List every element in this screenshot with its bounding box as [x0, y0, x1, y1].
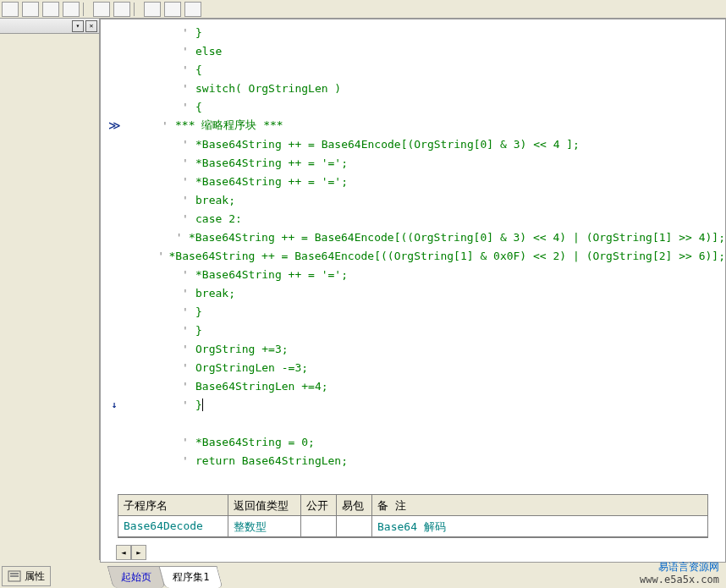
th-name: 子程序名: [118, 495, 228, 516]
td-name[interactable]: Base64Decode: [118, 516, 228, 537]
toolbar-btn-1[interactable]: [2, 2, 19, 17]
code-line[interactable]: '*Base64String ++ = Base64Encode[((OrgSt…: [101, 228, 725, 246]
td-type[interactable]: 整数型: [228, 516, 301, 537]
code-line[interactable]: '*Base64String ++ = Base64Encode[(OrgStr…: [101, 135, 725, 153]
code-text: *Base64String = 0;: [195, 436, 315, 448]
arrow-marker-icon[interactable]: ↓: [101, 399, 128, 410]
code-text: *Base64String ++ = '=';: [195, 175, 348, 188]
code-text: Base64StringLen +=4;: [195, 380, 328, 393]
toolbar-btn-9[interactable]: [184, 2, 201, 17]
code-line[interactable]: '}: [101, 321, 725, 339]
scroll-left-icon[interactable]: ◄: [116, 545, 131, 560]
code-text: break;: [195, 194, 235, 206]
code-text: *Base64String ++ = Base64Encode[((OrgStr…: [189, 231, 725, 244]
comment-quote: ': [182, 398, 190, 411]
th-pub: 公开: [301, 495, 337, 516]
comment-quote: ': [182, 157, 190, 169]
code-line[interactable]: 'else: [101, 41, 725, 60]
footer-link-2[interactable]: www.e5a5x.com: [640, 574, 719, 586]
code-editor[interactable]: '}'else'{'switch( OrgStringLen )'{≫'*** …: [101, 19, 725, 470]
comment-quote: ': [182, 45, 190, 58]
text-cursor: [202, 398, 203, 411]
comment-quote: ': [182, 343, 190, 355]
comment-quote: ': [182, 212, 190, 225]
td-pkg[interactable]: [337, 516, 372, 537]
code-line[interactable]: '*Base64String ++ = '=';: [101, 172, 725, 190]
code-line[interactable]: ≫'*** 缩略程序块 ***: [101, 116, 725, 135]
th-pkg: 易包: [337, 495, 372, 516]
toolbar-btn-2[interactable]: [22, 2, 39, 17]
comment-quote: ': [162, 119, 170, 132]
toolbar-btn-4[interactable]: [63, 2, 80, 17]
comment-quote: ': [182, 194, 190, 206]
comment-quote: ': [182, 268, 190, 281]
td-note[interactable]: Base64 解码: [372, 516, 707, 537]
code-line[interactable]: 'OrgStringLen -=3;: [101, 358, 725, 376]
panel-close-icon[interactable]: ✕: [85, 20, 97, 32]
tab-start[interactable]: 起始页: [107, 566, 166, 588]
code-line[interactable]: '}: [101, 302, 725, 321]
code-line[interactable]: '}: [101, 470, 725, 470]
properties-icon: [8, 570, 21, 582]
code-text: }: [195, 26, 202, 39]
comment-quote: ': [182, 305, 190, 318]
toolbar-btn-3[interactable]: [42, 2, 59, 17]
toolbar-btn-6[interactable]: [113, 2, 130, 17]
code-text: switch( OrgStringLen ): [195, 82, 341, 95]
code-line[interactable]: 'OrgString +=3;: [101, 339, 725, 358]
properties-label: 属性: [25, 569, 45, 584]
bottom-tabs: 起始页 程序集1: [100, 563, 726, 588]
comment-quote: ': [182, 380, 190, 393]
code-text: *Base64String ++ = '=';: [195, 268, 348, 281]
main-area: '}'else'{'switch( OrgStringLen )'{≫'*** …: [100, 19, 726, 563]
comment-quote: ': [157, 250, 166, 262]
tab-progset[interactable]: 程序集1: [159, 566, 223, 588]
code-text: else: [195, 45, 222, 58]
code-line[interactable]: '*Base64String ++ = Base64Encode[((OrgSt…: [101, 246, 725, 265]
code-text: *** 缩略程序块 ***: [175, 118, 283, 133]
code-line[interactable]: [101, 414, 725, 432]
toolbar-sep: [83, 3, 90, 16]
code-text: break;: [195, 287, 235, 299]
comment-quote: ': [182, 287, 190, 299]
comment-quote: ': [182, 324, 190, 337]
code-text: *Base64String ++ = Base64Encode[(OrgStri…: [195, 138, 580, 151]
th-note: 备 注: [372, 495, 707, 516]
code-line[interactable]: 'return Base64StringLen;: [101, 451, 725, 470]
code-line[interactable]: 'switch( OrgStringLen ): [101, 79, 725, 97]
comment-quote: ': [182, 26, 190, 39]
properties-tab[interactable]: 属性: [2, 566, 51, 586]
comment-quote: ': [182, 82, 190, 95]
code-text: OrgStringLen -=3;: [195, 361, 308, 374]
subroutine-table: 子程序名 返回值类型 公开 易包 备 注 Base64Decode 整数型 Ba…: [118, 494, 708, 538]
h-scrollbar[interactable]: ◄►: [116, 545, 708, 560]
th-type: 返回值类型: [228, 495, 301, 516]
panel-dropdown-icon[interactable]: ▾: [72, 20, 84, 32]
code-text: }: [195, 305, 202, 318]
code-line[interactable]: '{: [101, 97, 725, 116]
code-text: return Base64StringLen;: [195, 454, 348, 467]
code-text: *Base64String ++ = Base64Encode[((OrgStr…: [169, 250, 725, 262]
code-text: {: [195, 101, 202, 113]
comment-quote: ': [182, 175, 190, 188]
breakpoint-marker-icon[interactable]: ≫: [101, 118, 128, 132]
code-line[interactable]: 'case 2:: [101, 209, 725, 228]
code-text: }: [195, 324, 202, 337]
toolbar-btn-8[interactable]: [164, 2, 181, 17]
code-line[interactable]: 'Base64StringLen +=4;: [101, 376, 725, 395]
toolbar-btn-5[interactable]: [93, 2, 110, 17]
code-line[interactable]: 'break;: [101, 283, 725, 302]
code-line[interactable]: '*Base64String ++ = '=';: [101, 265, 725, 283]
code-text: }: [195, 398, 202, 411]
code-line[interactable]: 'break;: [101, 190, 725, 209]
code-line[interactable]: '*Base64String ++ = '=';: [101, 153, 725, 172]
footer-link-1[interactable]: 易语言资源网: [640, 561, 719, 574]
code-line[interactable]: '{: [101, 60, 725, 79]
code-line[interactable]: ↓'}: [101, 395, 725, 414]
comment-quote: ': [182, 101, 190, 113]
code-line[interactable]: '}: [101, 23, 725, 41]
td-pub[interactable]: [301, 516, 337, 537]
toolbar-btn-7[interactable]: [144, 2, 161, 17]
code-line[interactable]: '*Base64String = 0;: [101, 432, 725, 451]
scroll-right-icon[interactable]: ►: [131, 545, 146, 560]
